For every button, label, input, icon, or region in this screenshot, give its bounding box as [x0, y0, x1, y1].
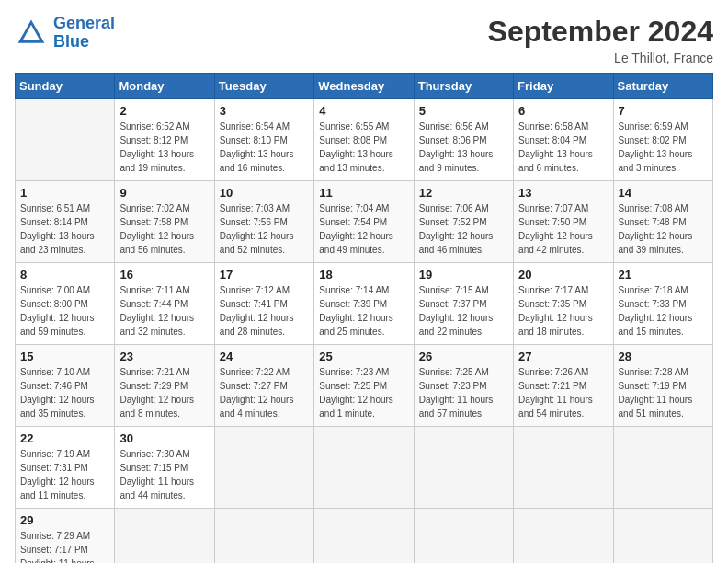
- table-row: 14Sunrise: 7:08 AMSunset: 7:48 PMDayligh…: [613, 181, 712, 263]
- weekday-header-row: Sunday Monday Tuesday Wednesday Thursday…: [16, 74, 713, 99]
- table-row: 23Sunrise: 7:21 AMSunset: 7:29 PMDayligh…: [115, 345, 214, 427]
- table-row: 3Sunrise: 6:54 AMSunset: 8:10 PMDaylight…: [214, 99, 313, 181]
- day-number: 8: [20, 268, 109, 282]
- table-row: 4Sunrise: 6:55 AMSunset: 8:08 PMDaylight…: [314, 99, 414, 181]
- day-number: 5: [419, 104, 508, 118]
- day-info: Sunrise: 6:59 AMSunset: 8:02 PMDaylight:…: [619, 120, 708, 175]
- table-row: [514, 509, 613, 564]
- day-info: Sunrise: 7:25 AMSunset: 7:23 PMDaylight:…: [419, 365, 508, 420]
- day-info: Sunrise: 7:11 AMSunset: 7:44 PMDaylight:…: [119, 283, 209, 339]
- header-sunday: Sunday: [16, 74, 115, 99]
- table-row: [414, 509, 513, 564]
- table-row: 30Sunrise: 7:30 AMSunset: 7:15 PMDayligh…: [115, 427, 214, 509]
- day-info: Sunrise: 7:18 AMSunset: 7:33 PMDaylight:…: [619, 283, 708, 339]
- logo: General Blue: [15, 15, 115, 52]
- location: Le Thillot, France: [488, 51, 713, 65]
- day-info: Sunrise: 6:51 AMSunset: 8:14 PMDaylight:…: [20, 201, 109, 257]
- table-row: 11Sunrise: 7:04 AMSunset: 7:54 PMDayligh…: [314, 181, 414, 263]
- table-row: 16Sunrise: 7:11 AMSunset: 7:44 PMDayligh…: [115, 263, 214, 345]
- day-info: Sunrise: 7:26 AMSunset: 7:21 PMDaylight:…: [518, 365, 608, 420]
- table-row: 15Sunrise: 7:10 AMSunset: 7:46 PMDayligh…: [16, 345, 115, 427]
- table-row: 29Sunrise: 7:29 AMSunset: 7:17 PMDayligh…: [16, 509, 115, 564]
- day-info: Sunrise: 6:56 AMSunset: 8:06 PMDaylight:…: [419, 120, 508, 175]
- calendar-week-row: 22Sunrise: 7:19 AMSunset: 7:31 PMDayligh…: [16, 427, 713, 509]
- day-number: 13: [518, 186, 608, 200]
- table-row: [514, 427, 613, 509]
- day-number: 2: [119, 104, 209, 118]
- day-number: 27: [518, 350, 608, 363]
- day-info: Sunrise: 7:21 AMSunset: 7:29 PMDaylight:…: [119, 365, 209, 420]
- day-info: Sunrise: 7:07 AMSunset: 7:50 PMDaylight:…: [518, 201, 608, 257]
- calendar-week-row: 8Sunrise: 7:00 AMSunset: 8:00 PMDaylight…: [16, 263, 713, 345]
- table-row: 13Sunrise: 7:07 AMSunset: 7:50 PMDayligh…: [514, 181, 613, 263]
- day-number: 3: [220, 104, 309, 118]
- header-saturday: Saturday: [613, 74, 712, 99]
- day-info: Sunrise: 7:22 AMSunset: 7:27 PMDaylight:…: [220, 365, 309, 420]
- day-info: Sunrise: 7:06 AMSunset: 7:52 PMDaylight:…: [419, 201, 508, 257]
- day-number: 14: [619, 186, 708, 200]
- table-row: [214, 509, 313, 564]
- day-number: 1: [20, 186, 109, 200]
- table-row: [115, 509, 214, 564]
- day-info: Sunrise: 6:58 AMSunset: 8:04 PMDaylight:…: [518, 120, 608, 175]
- table-row: 5Sunrise: 6:56 AMSunset: 8:06 PMDaylight…: [414, 99, 513, 181]
- table-row: 20Sunrise: 7:17 AMSunset: 7:35 PMDayligh…: [514, 263, 613, 345]
- day-number: 17: [220, 268, 309, 282]
- table-row: [613, 427, 712, 509]
- calendar-week-row: 15Sunrise: 7:10 AMSunset: 7:46 PMDayligh…: [16, 345, 713, 427]
- header-wednesday: Wednesday: [314, 74, 414, 99]
- table-row: 24Sunrise: 7:22 AMSunset: 7:27 PMDayligh…: [214, 345, 313, 427]
- day-number: 25: [319, 350, 408, 363]
- day-number: 30: [119, 431, 209, 445]
- month-title: September 2024: [488, 15, 713, 49]
- day-info: Sunrise: 7:30 AMSunset: 7:15 PMDaylight:…: [119, 447, 209, 502]
- table-row: 1Sunrise: 6:51 AMSunset: 8:14 PMDaylight…: [16, 181, 115, 263]
- day-info: Sunrise: 7:28 AMSunset: 7:19 PMDaylight:…: [619, 365, 708, 420]
- day-number: 9: [119, 186, 209, 200]
- day-number: 29: [20, 513, 109, 527]
- day-number: 6: [518, 104, 608, 118]
- table-row: 18Sunrise: 7:14 AMSunset: 7:39 PMDayligh…: [314, 263, 414, 345]
- day-number: 20: [518, 268, 608, 282]
- day-info: Sunrise: 7:03 AMSunset: 7:56 PMDaylight:…: [220, 201, 309, 257]
- day-number: 28: [619, 350, 708, 363]
- table-row: [414, 427, 513, 509]
- day-number: 10: [220, 186, 309, 200]
- table-row: 2Sunrise: 6:52 AMSunset: 8:12 PMDaylight…: [115, 99, 214, 181]
- day-number: 22: [20, 431, 109, 445]
- day-info: Sunrise: 6:55 AMSunset: 8:08 PMDaylight:…: [319, 120, 408, 175]
- calendar-table: Sunday Monday Tuesday Wednesday Thursday…: [15, 73, 713, 563]
- day-info: Sunrise: 7:15 AMSunset: 7:37 PMDaylight:…: [419, 283, 508, 339]
- day-info: Sunrise: 7:23 AMSunset: 7:25 PMDaylight:…: [319, 365, 408, 420]
- day-info: Sunrise: 7:17 AMSunset: 7:35 PMDaylight:…: [518, 283, 608, 339]
- day-info: Sunrise: 7:12 AMSunset: 7:41 PMDaylight:…: [220, 283, 309, 339]
- day-info: Sunrise: 7:04 AMSunset: 7:54 PMDaylight:…: [319, 201, 408, 257]
- day-info: Sunrise: 7:19 AMSunset: 7:31 PMDaylight:…: [20, 447, 109, 502]
- day-info: Sunrise: 6:52 AMSunset: 8:12 PMDaylight:…: [119, 120, 209, 175]
- day-info: Sunrise: 7:10 AMSunset: 7:46 PMDaylight:…: [20, 365, 109, 420]
- day-number: 23: [119, 350, 209, 363]
- table-row: [16, 99, 115, 181]
- table-row: 12Sunrise: 7:06 AMSunset: 7:52 PMDayligh…: [414, 181, 513, 263]
- table-row: [314, 427, 414, 509]
- table-row: 19Sunrise: 7:15 AMSunset: 7:37 PMDayligh…: [414, 263, 513, 345]
- day-info: Sunrise: 7:08 AMSunset: 7:48 PMDaylight:…: [619, 201, 708, 257]
- table-row: 27Sunrise: 7:26 AMSunset: 7:21 PMDayligh…: [514, 345, 613, 427]
- day-number: 11: [319, 186, 408, 200]
- day-number: 4: [319, 104, 408, 118]
- table-row: 10Sunrise: 7:03 AMSunset: 7:56 PMDayligh…: [214, 181, 313, 263]
- day-info: Sunrise: 7:02 AMSunset: 7:58 PMDaylight:…: [119, 201, 209, 257]
- logo-icon: [15, 17, 48, 50]
- page-header: General Blue September 2024 Le Thillot, …: [15, 15, 713, 65]
- title-section: September 2024 Le Thillot, France: [488, 15, 713, 65]
- day-info: Sunrise: 7:29 AMSunset: 7:17 PMDaylight:…: [20, 529, 109, 563]
- logo-text: General Blue: [53, 15, 115, 52]
- header-thursday: Thursday: [414, 74, 513, 99]
- table-row: [314, 509, 414, 564]
- table-row: 8Sunrise: 7:00 AMSunset: 8:00 PMDaylight…: [16, 263, 115, 345]
- table-row: 25Sunrise: 7:23 AMSunset: 7:25 PMDayligh…: [314, 345, 414, 427]
- table-row: 6Sunrise: 6:58 AMSunset: 8:04 PMDaylight…: [514, 99, 613, 181]
- table-row: [613, 509, 712, 564]
- table-row: 21Sunrise: 7:18 AMSunset: 7:33 PMDayligh…: [613, 263, 712, 345]
- day-info: Sunrise: 7:14 AMSunset: 7:39 PMDaylight:…: [319, 283, 408, 339]
